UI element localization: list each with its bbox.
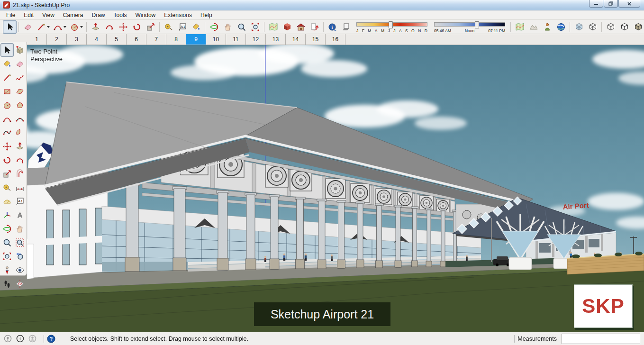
time-slider-thumb[interactable] bbox=[475, 21, 479, 28]
palette-zoom-extents-tool[interactable] bbox=[0, 249, 14, 263]
follow-me-tool-button[interactable] bbox=[102, 20, 116, 34]
paint-bucket-tool-button[interactable] bbox=[189, 20, 203, 34]
palette-line-tool[interactable] bbox=[0, 71, 14, 84]
palette-position-camera-tool[interactable] bbox=[0, 263, 14, 277]
shapes-dropdown-caret[interactable] bbox=[80, 26, 83, 28]
help-button[interactable]: ? bbox=[47, 335, 55, 343]
orbit-tool-button[interactable] bbox=[207, 20, 221, 34]
scene-tab-4[interactable]: 4 bbox=[87, 34, 107, 45]
palette-polygon-tool[interactable] bbox=[13, 98, 27, 112]
shadow-time-slider[interactable]: 05:46 AMNoon07:11 PM bbox=[434, 21, 505, 33]
line-tool-button[interactable] bbox=[35, 20, 51, 34]
select-tool-button[interactable] bbox=[3, 20, 17, 34]
menu-draw[interactable]: Draw bbox=[88, 11, 109, 19]
shaded-style-button[interactable] bbox=[631, 20, 644, 34]
restore-button[interactable] bbox=[604, 0, 618, 8]
palette-push-pull-tool[interactable] bbox=[13, 139, 27, 153]
palette-offset-tool[interactable] bbox=[13, 167, 27, 181]
sign-in-button[interactable] bbox=[28, 335, 36, 343]
palette-arc-tool[interactable] bbox=[0, 112, 14, 126]
menu-extensions[interactable]: Extensions bbox=[160, 11, 196, 19]
palette-rotated-rectangle-tool[interactable] bbox=[13, 84, 27, 98]
month-slider-thumb[interactable] bbox=[389, 21, 393, 28]
close-button[interactable] bbox=[618, 0, 640, 8]
palette-zoom-window-tool[interactable] bbox=[13, 236, 27, 249]
palette-circle-tool[interactable] bbox=[0, 98, 14, 112]
scene-tab-2[interactable]: 2 bbox=[47, 34, 67, 45]
palette-move-tool[interactable] bbox=[0, 139, 14, 153]
photo-textures-button[interactable] bbox=[540, 20, 554, 34]
palette-text-tool[interactable]: A1 bbox=[13, 194, 27, 208]
palette-3d-text-tool[interactable]: A bbox=[13, 208, 27, 222]
toggle-terrain-button[interactable] bbox=[526, 20, 540, 34]
minimize-button[interactable] bbox=[589, 0, 603, 8]
wireframe-style-button[interactable] bbox=[604, 20, 617, 34]
palette-make-component-tool[interactable] bbox=[13, 43, 27, 57]
scene-tab-16[interactable]: 16 bbox=[326, 34, 345, 45]
palette-pan-tool[interactable] bbox=[13, 222, 27, 236]
shadow-month-slider[interactable]: JFMAMJJASOND bbox=[356, 21, 427, 33]
menu-file[interactable]: File bbox=[2, 11, 19, 19]
scene-tab-6[interactable]: 6 bbox=[127, 34, 146, 45]
add-location-button-2[interactable] bbox=[513, 20, 526, 34]
palette-zoom-tool[interactable] bbox=[0, 236, 14, 249]
palette-protractor-tool[interactable] bbox=[0, 194, 14, 208]
scene-tab-7[interactable]: 7 bbox=[146, 34, 166, 45]
scene-tab-11[interactable]: 11 bbox=[226, 34, 246, 45]
palette-eraser-tool[interactable] bbox=[13, 57, 27, 71]
palette-look-around-tool[interactable] bbox=[13, 263, 27, 277]
scene-tab-15[interactable]: 15 bbox=[306, 34, 326, 45]
move-tool-button[interactable] bbox=[116, 20, 130, 34]
menu-window[interactable]: Window bbox=[131, 11, 160, 19]
claim-credit-button[interactable]: i bbox=[16, 335, 24, 343]
menu-tools[interactable]: Tools bbox=[109, 11, 131, 19]
arc-dropdown-caret[interactable] bbox=[63, 26, 66, 28]
scene-tab-5[interactable]: 5 bbox=[107, 34, 127, 45]
palette-orbit-tool[interactable] bbox=[0, 222, 14, 236]
palette-pie-tool[interactable] bbox=[13, 126, 27, 139]
hidden-line-style-button[interactable] bbox=[617, 20, 631, 34]
rotate-tool-button[interactable] bbox=[130, 20, 144, 34]
share-model-button[interactable] bbox=[308, 20, 321, 34]
zoom-extents-button[interactable] bbox=[248, 20, 262, 34]
pan-tool-button[interactable] bbox=[221, 20, 235, 34]
menu-camera[interactable]: Camera bbox=[59, 11, 88, 19]
time-slider-track[interactable] bbox=[434, 22, 505, 27]
x-ray-style-button[interactable] bbox=[572, 20, 586, 34]
back-edges-style-button[interactable] bbox=[586, 20, 599, 34]
palette-previous-tool[interactable] bbox=[13, 249, 27, 263]
model-viewport[interactable]: Air Port bbox=[0, 45, 644, 332]
scene-tab-14[interactable]: 14 bbox=[286, 34, 306, 45]
arc-tool-button[interactable] bbox=[51, 20, 68, 34]
palette-two-point-arc-tool[interactable] bbox=[13, 112, 27, 126]
3d-warehouse-button[interactable] bbox=[294, 20, 308, 34]
palette-section-plane-tool[interactable] bbox=[13, 277, 27, 291]
3d-viewport-canvas[interactable]: Air Port bbox=[0, 45, 644, 332]
add-location-button[interactable] bbox=[266, 20, 280, 34]
line-dropdown-caret[interactable] bbox=[47, 26, 50, 28]
scene-tab-8[interactable]: 8 bbox=[166, 34, 186, 45]
palette-select-tool[interactable] bbox=[0, 43, 14, 57]
scene-tab-13[interactable]: 13 bbox=[266, 34, 286, 45]
palette-rotate-tool[interactable] bbox=[0, 153, 14, 167]
measurements-input[interactable] bbox=[562, 334, 640, 344]
menu-view[interactable]: View bbox=[38, 11, 59, 19]
google-earth-button[interactable] bbox=[554, 20, 568, 34]
palette-follow-me-tool[interactable] bbox=[13, 153, 27, 167]
scale-tool-button[interactable] bbox=[144, 20, 157, 34]
scene-tab-1[interactable]: 1 bbox=[27, 34, 47, 45]
text-tool-button[interactable]: A1 bbox=[175, 20, 189, 34]
scene-tab-10[interactable]: 10 bbox=[206, 34, 226, 45]
palette-three-point-arc-tool[interactable] bbox=[0, 126, 14, 139]
shadow-toggle-button[interactable] bbox=[339, 20, 353, 34]
palette-scale-tool[interactable] bbox=[0, 167, 14, 181]
scene-tab-12[interactable]: 12 bbox=[246, 34, 266, 45]
menu-edit[interactable]: Edit bbox=[19, 11, 38, 19]
push-pull-tool-button[interactable] bbox=[89, 20, 102, 34]
menu-help[interactable]: Help bbox=[196, 11, 217, 19]
palette-tape-measure-tool[interactable] bbox=[0, 181, 14, 194]
palette-axes-tool[interactable] bbox=[0, 208, 14, 222]
palette-freehand-tool[interactable] bbox=[13, 71, 27, 84]
zoom-tool-button[interactable] bbox=[235, 20, 248, 34]
geolocation-button[interactable] bbox=[4, 335, 12, 343]
